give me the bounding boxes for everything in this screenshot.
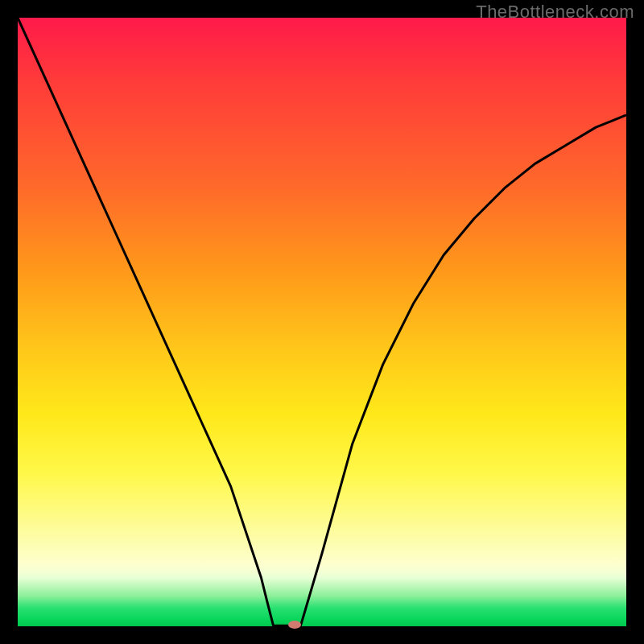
watermark-text: TheBottleneck.com bbox=[476, 2, 634, 23]
plot-area bbox=[18, 18, 626, 626]
chart-frame: TheBottleneck.com bbox=[0, 0, 644, 644]
curve-svg bbox=[18, 18, 626, 626]
minimum-marker bbox=[288, 621, 301, 629]
bottleneck-curve bbox=[18, 18, 626, 625]
